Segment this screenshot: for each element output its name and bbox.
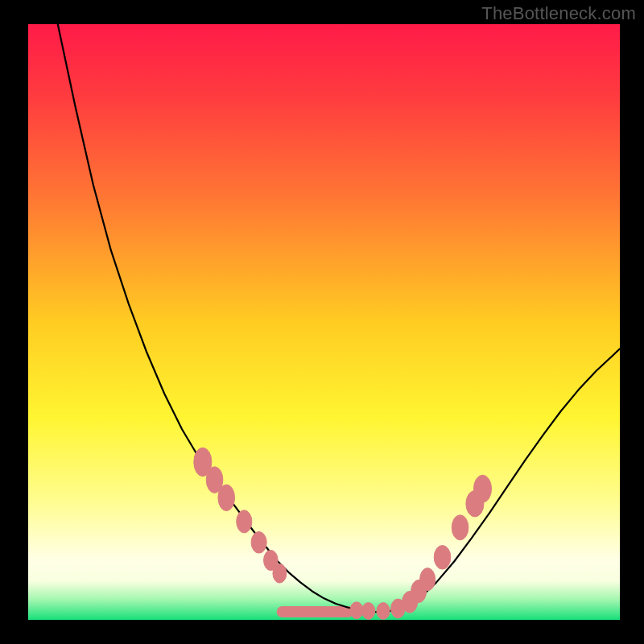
curve-marker [273, 564, 287, 583]
curve-marker [473, 475, 491, 502]
curve-marker [377, 603, 390, 620]
curve-marker [237, 510, 252, 533]
curve-marker [350, 602, 363, 619]
curve-marker [362, 603, 375, 620]
data-point-markers [28, 24, 620, 620]
curve-marker [218, 485, 235, 511]
chart-frame: TheBottleneck.com [0, 0, 644, 644]
curve-marker [420, 568, 436, 591]
curve-marker [434, 546, 451, 570]
plot-area [28, 24, 620, 620]
curve-marker [251, 531, 266, 553]
watermark-label: TheBottleneck.com [481, 3, 636, 24]
curve-marker [452, 515, 469, 540]
